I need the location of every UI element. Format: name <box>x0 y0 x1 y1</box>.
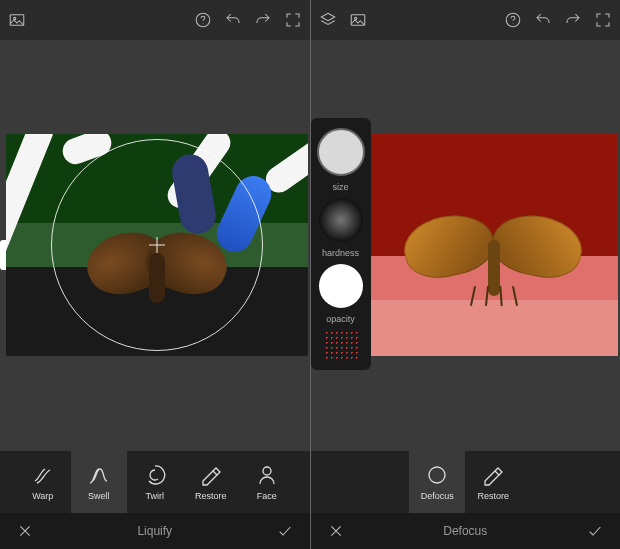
redo-icon[interactable] <box>254 11 272 29</box>
tool-label: Face <box>257 491 277 501</box>
tool-restore[interactable]: Restore <box>183 451 239 513</box>
redo-icon[interactable] <box>564 11 582 29</box>
tool-label: Restore <box>477 491 509 501</box>
photo-preview[interactable] <box>6 134 308 356</box>
fullscreen-icon[interactable] <box>284 11 302 29</box>
topbar <box>0 0 310 40</box>
confirm-button[interactable] <box>586 522 604 540</box>
brush-hardness-control[interactable] <box>319 198 363 242</box>
brush-size-label: size <box>332 182 348 192</box>
tool-label: Swell <box>88 491 110 501</box>
svg-point-1 <box>14 17 16 19</box>
svg-point-4 <box>263 467 271 475</box>
image-icon[interactable] <box>349 11 367 29</box>
tool-restore[interactable]: Restore <box>465 451 521 513</box>
tool-swell[interactable]: Swell <box>71 451 127 513</box>
tool-defocus[interactable]: Defocus <box>409 451 465 513</box>
undo-icon[interactable] <box>224 11 242 29</box>
brush-hardness-label: hardness <box>322 248 359 258</box>
help-icon[interactable] <box>194 11 212 29</box>
confirm-button[interactable] <box>276 522 294 540</box>
liquify-pane: Warp Swell Twirl Restore Face Liquify <box>0 0 311 549</box>
cancel-button[interactable] <box>16 522 34 540</box>
defocus-canvas[interactable]: size hardness opacity <box>311 40 621 451</box>
svg-point-8 <box>513 23 514 24</box>
mask-grid-toggle[interactable] <box>324 330 358 360</box>
layers-icon[interactable] <box>319 11 337 29</box>
mode-title: Defocus <box>345 524 587 538</box>
tool-label: Restore <box>195 491 227 501</box>
tool-twirl[interactable]: Twirl <box>127 451 183 513</box>
image-icon[interactable] <box>8 11 26 29</box>
undo-icon[interactable] <box>534 11 552 29</box>
liquify-toolstrip: Warp Swell Twirl Restore Face <box>0 451 310 513</box>
topbar <box>311 0 621 40</box>
footer: Defocus <box>311 513 621 549</box>
svg-point-3 <box>202 23 203 24</box>
svg-point-6 <box>354 17 356 19</box>
app-split-view: Warp Swell Twirl Restore Face Liquify <box>0 0 620 549</box>
fullscreen-icon[interactable] <box>594 11 612 29</box>
help-icon[interactable] <box>504 11 522 29</box>
tool-label: Warp <box>32 491 53 501</box>
tool-warp[interactable]: Warp <box>15 451 71 513</box>
brush-opacity-label: opacity <box>326 314 355 324</box>
footer: Liquify <box>0 513 310 549</box>
brush-opacity-control[interactable] <box>319 264 363 308</box>
mode-title: Liquify <box>34 524 276 538</box>
defocus-pane: size hardness opacity Defocus Restore De… <box>311 0 621 549</box>
svg-point-9 <box>429 467 445 483</box>
liquify-canvas[interactable] <box>0 40 310 451</box>
tool-face[interactable]: Face <box>239 451 295 513</box>
defocus-toolstrip: Defocus Restore <box>311 451 621 513</box>
cancel-button[interactable] <box>327 522 345 540</box>
tool-label: Twirl <box>146 491 165 501</box>
brush-settings-panel: size hardness opacity <box>311 118 371 370</box>
brush-size-control[interactable] <box>317 128 365 176</box>
photo-preview[interactable] <box>371 134 619 356</box>
tool-label: Defocus <box>421 491 454 501</box>
